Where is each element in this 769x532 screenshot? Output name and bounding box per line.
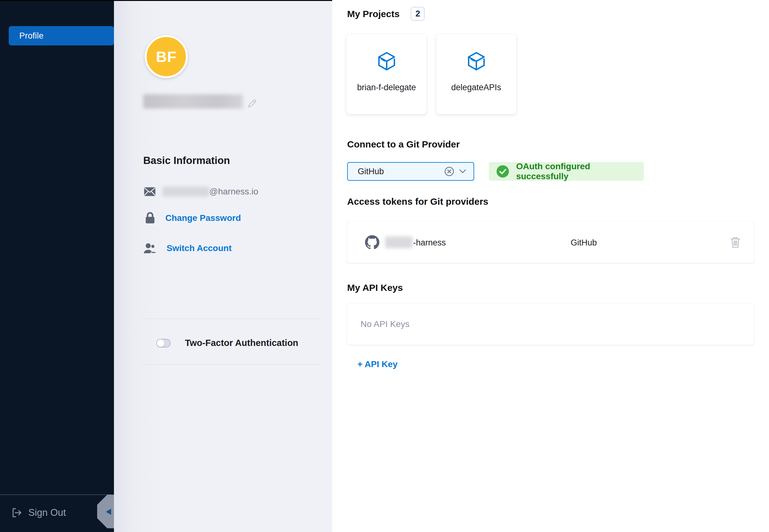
project-cube-icon: [466, 50, 487, 72]
success-check-icon: [496, 165, 509, 178]
git-provider-header: Connect to a Git Provider: [347, 139, 460, 150]
my-projects-heading: My Projects: [347, 9, 400, 19]
access-token-row: -harness GitHub: [347, 222, 754, 263]
oauth-status-pill: OAuth configured successfully: [489, 162, 644, 181]
app-window: Profile Sign Out BF Basic Information: [0, 0, 769, 532]
change-password-link[interactable]: Change Password: [165, 213, 241, 223]
change-password-row: Change Password: [145, 212, 241, 224]
two-factor-row: Two-Factor Authentication: [156, 338, 298, 348]
token-username-redacted: [385, 236, 413, 248]
sign-out-label: Sign Out: [28, 507, 66, 518]
user-name-redacted: [143, 94, 243, 109]
basic-information-heading: Basic Information: [143, 155, 230, 166]
collapse-arrow-icon: [106, 509, 111, 515]
main-content: My Projects 2 brian-f-delegate: [332, 0, 769, 532]
token-provider: GitHub: [571, 238, 597, 248]
api-keys-empty-card: No API Keys: [347, 303, 754, 345]
avatar[interactable]: BF: [145, 35, 188, 78]
my-projects-header: My Projects 2: [347, 7, 425, 21]
profile-panel: BF Basic Information @harness.io Change …: [114, 0, 332, 532]
project-card-brian-f-delegate[interactable]: brian-f-delegate: [346, 34, 427, 114]
token-username-suffix: -harness: [413, 238, 446, 248]
git-provider-row: GitHub OAuth configured successfully: [347, 162, 644, 181]
delete-token-icon[interactable]: [730, 236, 741, 248]
api-keys-header: My API Keys: [347, 282, 403, 293]
two-factor-toggle[interactable]: [156, 339, 171, 348]
projects-count-badge: 2: [411, 7, 425, 21]
avatar-initials: BF: [156, 48, 176, 65]
sidebar-item-profile-label: Profile: [9, 31, 44, 41]
api-keys-heading: My API Keys: [347, 282, 403, 293]
github-icon: [365, 235, 379, 250]
git-provider-selected-value: GitHub: [358, 167, 444, 176]
email-domain: @harness.io: [209, 187, 258, 197]
project-name: brian-f-delegate: [357, 83, 416, 92]
edit-name-icon[interactable]: [247, 98, 257, 108]
email-row: @harness.io: [144, 187, 258, 197]
access-tokens-heading: Access tokens for Git providers: [347, 196, 489, 207]
two-factor-label: Two-Factor Authentication: [185, 338, 298, 348]
api-keys-empty-text: No API Keys: [360, 319, 410, 329]
clear-selection-icon[interactable]: [444, 166, 455, 177]
divider: [143, 319, 320, 319]
git-provider-select[interactable]: GitHub: [347, 162, 474, 181]
project-name: delegateAPIs: [451, 83, 501, 92]
project-cards: brian-f-delegate delegateAPIs: [346, 34, 516, 114]
chevron-down-icon: [459, 169, 466, 174]
window-top-edge: [0, 0, 332, 1]
sidebar-footer-divider: [0, 494, 111, 495]
left-sidebar: Profile Sign Out: [0, 0, 114, 532]
project-card-delegateAPIs[interactable]: delegateAPIs: [436, 34, 516, 114]
access-tokens-header: Access tokens for Git providers: [347, 196, 489, 207]
switch-account-link[interactable]: Switch Account: [166, 243, 232, 253]
oauth-status-text: OAuth configured successfully: [516, 161, 644, 181]
sign-out-button[interactable]: Sign Out: [12, 507, 66, 518]
email-user-redacted: [162, 187, 209, 197]
switch-account-row: Switch Account: [143, 243, 232, 254]
add-api-key-button[interactable]: + API Key: [357, 359, 398, 369]
divider: [143, 364, 320, 365]
users-icon: [143, 243, 157, 254]
sidebar-item-profile[interactable]: Profile: [9, 26, 114, 45]
sign-out-icon: [12, 507, 22, 518]
git-provider-heading: Connect to a Git Provider: [347, 139, 460, 150]
email-icon: [144, 187, 156, 197]
lock-icon: [145, 212, 155, 224]
project-cube-icon: [376, 50, 398, 72]
toggle-knob: [157, 339, 165, 347]
